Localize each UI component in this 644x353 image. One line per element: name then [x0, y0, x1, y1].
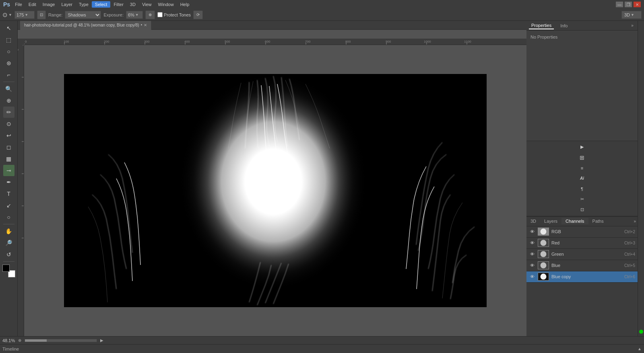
menu-help[interactable]: Help	[177, 1, 193, 8]
menu-file[interactable]: File	[12, 1, 25, 8]
close-button[interactable]: ✕	[634, 2, 641, 7]
tab-layers[interactable]: Layers	[540, 218, 561, 224]
foreground-color[interactable]	[2, 265, 10, 272]
brush-angle-button[interactable]: ⟳	[193, 10, 203, 19]
info-tab[interactable]: Info	[558, 23, 570, 29]
hand-tool[interactable]: ✋	[3, 226, 14, 237]
doc-tab-close[interactable]: ✕	[144, 23, 147, 27]
toolbar-separator-3	[3, 261, 14, 262]
zoom-tool[interactable]: 🔎	[3, 237, 14, 248]
pen-tool[interactable]: ✒	[3, 176, 14, 188]
history-brush-tool[interactable]: ↩	[3, 130, 14, 141]
progress-fill	[25, 339, 46, 342]
svg-text:100: 100	[64, 40, 69, 43]
timeline-expand-icon[interactable]: ▲	[638, 347, 642, 351]
channel-red[interactable]: 👁 Red Ctrl+3	[526, 238, 638, 249]
brush-options-button[interactable]: ⊡	[37, 10, 46, 19]
maximize-button[interactable]: ❐	[625, 2, 632, 7]
channel-blue-visibility[interactable]: 👁	[529, 262, 535, 269]
green-dot	[639, 330, 643, 334]
panel-align-icon[interactable]: ≡	[578, 164, 586, 172]
panel-paragraph-icon[interactable]: ¶	[578, 185, 586, 193]
type-tool[interactable]: T	[3, 188, 14, 199]
exposure-field[interactable]: 6% ▼	[126, 11, 143, 19]
panel-side-icons: ▶ ⊞ ≡ Ai ¶ ✂ ⊡	[526, 141, 638, 216]
brush-tool-icon: ⊙ ▼	[2, 11, 12, 18]
move-tool[interactable]: ↖	[3, 23, 14, 34]
channel-blue-name: Blue	[551, 263, 622, 268]
channel-blue[interactable]: 👁 Blue Ctrl+5	[526, 260, 638, 271]
tab-channels[interactable]: Channels	[561, 218, 588, 224]
menu-select[interactable]: Select	[92, 1, 111, 8]
timeline-bar: Timeline ▲	[0, 344, 644, 353]
channels-list: 👁 RGB Ctrl+2 👁	[526, 226, 638, 337]
svg-text:200: 200	[104, 40, 109, 43]
quick-select-tool[interactable]: ⊛	[3, 57, 14, 69]
channel-blue-shortcut: Ctrl+5	[624, 263, 635, 268]
menu-window[interactable]: Window	[155, 1, 177, 8]
options-bar: ⊙ ▼ 175 ▼ ⊡ Range: Shadows Midtones High…	[0, 9, 644, 21]
gradient-tool[interactable]: ▦	[3, 153, 14, 164]
panel-grid-icon[interactable]: ⊡	[578, 205, 586, 214]
channel-rgb[interactable]: 👁 RGB Ctrl+2	[526, 226, 638, 238]
clone-stamp-tool[interactable]: ⊙	[3, 118, 14, 129]
eye-icon-red: 👁	[530, 240, 535, 245]
panel-ai-icon[interactable]: Ai	[578, 174, 586, 183]
menu-layer[interactable]: Layer	[58, 1, 76, 8]
range-select[interactable]: Shadows Midtones Highlights	[65, 11, 101, 19]
airbrush-icon[interactable]: ⊕	[145, 10, 155, 19]
rotate-tool[interactable]: ↺	[3, 249, 14, 260]
channel-green-visibility[interactable]: 👁	[529, 251, 535, 257]
toolbar-separator-1	[3, 82, 14, 82]
tab-paths[interactable]: Paths	[588, 218, 608, 224]
svg-text:300: 300	[144, 40, 150, 43]
properties-expand-icon[interactable]: »	[630, 23, 635, 29]
menu-image[interactable]: Image	[39, 1, 58, 8]
shape-tool[interactable]: ○	[3, 211, 14, 223]
view-mode-field[interactable]: 3D ▼	[621, 11, 642, 19]
svg-text:700: 700	[305, 40, 311, 43]
crop-tool[interactable]: ⌐	[3, 69, 14, 80]
dodge-tool[interactable]: ⊸	[3, 165, 14, 176]
minimize-button[interactable]: —	[616, 2, 623, 7]
rectangular-marquee-tool[interactable]: ⬚	[3, 34, 14, 45]
menu-edit[interactable]: Edit	[25, 1, 39, 8]
horizontal-ruler: 0 100 200 300 400 500 600	[24, 39, 526, 45]
protect-tones-checkbox[interactable]	[157, 12, 163, 17]
panel-scissors-icon[interactable]: ✂	[578, 195, 586, 204]
panel-tab-end: »	[634, 219, 638, 224]
panel-expand-icon[interactable]: »	[634, 219, 636, 224]
menu-3d[interactable]: 3D	[127, 1, 139, 8]
doc-modified-indicator: *	[141, 23, 142, 27]
eraser-tool[interactable]: ◻	[3, 142, 14, 153]
channel-blue-thumb	[538, 261, 549, 269]
channel-blue-copy[interactable]: 👁 Blue copy Ctrl+6	[526, 271, 638, 283]
channel-rgb-visibility[interactable]: 👁	[529, 228, 535, 235]
panel-select-icon[interactable]: ⊞	[578, 153, 586, 162]
document-tab[interactable]: hair-photoshop-tutorial.psd @ 48.1% (wom…	[20, 21, 151, 30]
eyedropper-tool[interactable]: 🔍	[3, 83, 14, 94]
channel-red-visibility[interactable]: 👁	[529, 240, 535, 246]
healing-brush-tool[interactable]: ⊕	[3, 95, 14, 106]
path-selection-tool[interactable]: ↙	[3, 200, 14, 211]
lasso-tool[interactable]: ○	[3, 46, 14, 57]
properties-tab[interactable]: Properties	[529, 22, 554, 29]
channel-green[interactable]: 👁 Green Ctrl+4	[526, 249, 638, 260]
progress-arrow[interactable]: ▶	[100, 338, 103, 343]
menu-type[interactable]: Type	[76, 1, 92, 8]
left-toolbar: ↖ ⬚ ○ ⊛ ⌐ 🔍 ⊕ ✏ ⊙ ↩ ◻ ▦ ⊸ ✒ T ↙ ○ ✋ 🔎 ↺	[0, 21, 18, 336]
canvas-section: hair-photoshop-tutorial.psd @ 48.1% (wom…	[18, 21, 526, 336]
fg-bg-colors[interactable]	[2, 265, 15, 277]
channel-blue-copy-name: Blue copy	[551, 274, 622, 279]
channel-blue-copy-visibility[interactable]: 👁	[529, 273, 535, 280]
brush-tool[interactable]: ✏	[3, 107, 14, 118]
brush-size-field[interactable]: 175 ▼	[14, 11, 35, 19]
menu-view[interactable]: View	[139, 1, 155, 8]
svg-point-39	[541, 240, 547, 246]
svg-text:800: 800	[345, 40, 351, 43]
menu-filter[interactable]: Filter	[110, 1, 126, 8]
tab-3d[interactable]: 3D	[526, 218, 540, 224]
panel-play-icon[interactable]: ▶	[578, 143, 586, 152]
zoom-auto-icon[interactable]: ⊕	[18, 338, 21, 343]
svg-point-43	[541, 263, 547, 269]
